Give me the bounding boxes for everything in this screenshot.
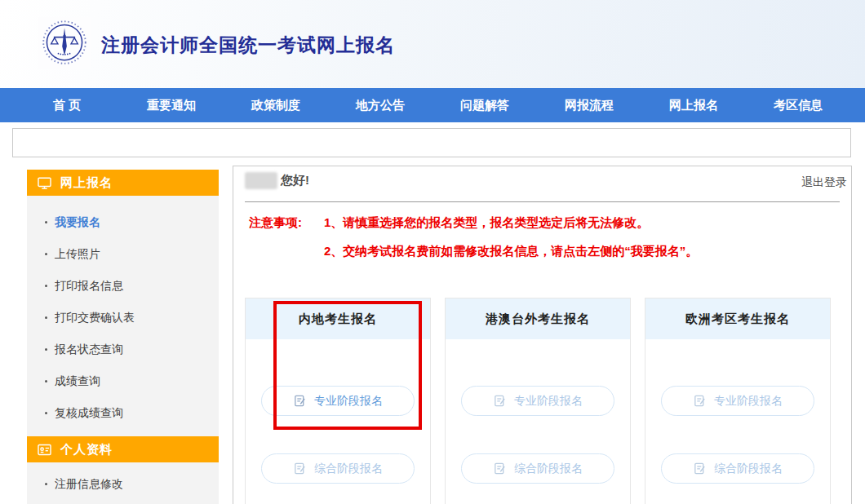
sidebar-item-registration-status[interactable]: 报名状态查询 bbox=[27, 334, 219, 365]
sidebar-item-modify-registration-info[interactable]: 注册信息修改 bbox=[27, 468, 219, 500]
page-title: 注册会计师全国统一考试网上报名 bbox=[101, 33, 395, 58]
panel-title-hmt-foreign: 港澳台外考生报名 bbox=[446, 298, 630, 339]
nav-item-faq[interactable]: 问题解答 bbox=[432, 88, 537, 122]
mainland-professional-stage-button[interactable]: 专业阶段报名 bbox=[261, 386, 415, 416]
monitor-icon bbox=[37, 175, 52, 191]
mainland-comprehensive-stage-button[interactable]: 综合阶段报名 bbox=[261, 453, 415, 484]
sidebar-item-score-inquiry[interactable]: 成绩查询 bbox=[27, 365, 219, 397]
nav-item-process[interactable]: 网报流程 bbox=[537, 88, 641, 122]
cicpa-emblem-icon bbox=[40, 19, 89, 68]
sidebar-item-print-payment-confirmation[interactable]: 打印交费确认表 bbox=[27, 302, 219, 334]
sidebar-section-online-registration: 网上报名 bbox=[27, 170, 219, 196]
greeting-text: 您好! bbox=[281, 173, 309, 188]
edit-note-icon bbox=[693, 462, 707, 475]
empty-notice-bar bbox=[12, 128, 851, 157]
edit-note-icon bbox=[293, 462, 307, 475]
button-label: 综合阶段报名 bbox=[714, 462, 783, 476]
notice-line-1: 1、请慎重选择您的报名类型，报名类型选定后将无法修改。 bbox=[324, 215, 649, 231]
sidebar-item-label: 注册信息修改 bbox=[55, 477, 123, 492]
panel-title-mainland: 内地考生报名 bbox=[246, 298, 430, 339]
bullet-dot bbox=[45, 316, 47, 319]
button-label: 综合阶段报名 bbox=[514, 462, 583, 476]
sidebar-menu-personal: 注册信息修改 bbox=[27, 462, 219, 504]
bullet-dot bbox=[45, 348, 47, 351]
sidebar-item-label: 打印交费确认表 bbox=[55, 311, 135, 325]
hmt-comprehensive-stage-button[interactable]: 综合阶段报名 bbox=[461, 453, 614, 484]
sidebar-section-title: 个人资料 bbox=[60, 442, 113, 458]
sidebar-section-personal-info: 个人资料 bbox=[27, 436, 219, 462]
main-nav: 首 页 重要通知 政策制度 地方公告 问题解答 网报流程 网上报名 考区信息 bbox=[0, 88, 865, 122]
nav-item-notices[interactable]: 重要通知 bbox=[119, 88, 224, 122]
sidebar-item-label: 成绩查询 bbox=[55, 374, 100, 389]
button-label: 专业阶段报名 bbox=[314, 394, 383, 409]
button-label: 专业阶段报名 bbox=[714, 394, 783, 409]
bullet-dot bbox=[45, 221, 47, 223]
nav-item-online-registration[interactable]: 网上报名 bbox=[641, 88, 746, 122]
notice-line-2: 2、交纳考试报名费前如需修改报名信息，请点击左侧的“我要报名”。 bbox=[324, 244, 698, 259]
cicpa-logo bbox=[38, 17, 91, 69]
panel-europe-candidates: 欧洲考区考生报名 专业阶段报名 综合阶段报名 bbox=[645, 298, 831, 504]
sidebar-item-i-want-to-register[interactable]: 我要报名 bbox=[27, 206, 219, 238]
cpa-registration-page: 注册会计师全国统一考试网上报名 首 页 重要通知 政策制度 地方公告 问题解答 … bbox=[0, 0, 865, 504]
bullet-dot bbox=[45, 483, 47, 485]
button-label: 综合阶段报名 bbox=[314, 462, 383, 476]
nav-item-home[interactable]: 首 页 bbox=[15, 88, 119, 122]
sidebar-item-label: 报名状态查询 bbox=[55, 343, 123, 357]
nav-item-local-announcements[interactable]: 地方公告 bbox=[328, 88, 432, 122]
sidebar-menu-registration: 我要报名 上传照片 打印报名信息 打印交费确认表 报名状态查询 成绩查询 复核成… bbox=[27, 196, 219, 436]
europe-professional-stage-button[interactable]: 专业阶段报名 bbox=[661, 386, 814, 416]
bullet-dot bbox=[45, 380, 47, 382]
nav-item-exam-area-info[interactable]: 考区信息 bbox=[746, 88, 850, 122]
europe-comprehensive-stage-button[interactable]: 综合阶段报名 bbox=[661, 453, 814, 484]
bullet-dot bbox=[45, 412, 47, 414]
nav-item-policies[interactable]: 政策制度 bbox=[224, 88, 328, 122]
sidebar-item-score-review-inquiry[interactable]: 复核成绩查询 bbox=[27, 397, 219, 429]
greeting: 您好! bbox=[245, 172, 309, 189]
sidebar-item-upload-photo[interactable]: 上传照片 bbox=[27, 238, 219, 270]
panel-hk-macao-taiwan-foreign-candidates: 港澳台外考生报名 专业阶段报名 综合阶段报名 bbox=[445, 298, 631, 504]
sidebar-item-print-registration-info[interactable]: 打印报名信息 bbox=[27, 270, 219, 302]
button-label: 专业阶段报名 bbox=[514, 394, 583, 409]
id-card-icon bbox=[37, 442, 52, 458]
panel-title-europe: 欧洲考区考生报名 bbox=[645, 298, 830, 339]
edit-note-icon bbox=[693, 394, 707, 408]
edit-note-icon bbox=[493, 394, 507, 408]
sidebar-item-label: 复核成绩查询 bbox=[55, 406, 123, 421]
sidebar-item-label: 打印报名信息 bbox=[55, 279, 123, 294]
page-header: 注册会计师全国统一考试网上报名 bbox=[0, 0, 865, 88]
panel-mainland-candidates: 内地考生报名 专业阶段报名 综合阶段报名 bbox=[245, 298, 431, 504]
sidebar-item-label: 上传照片 bbox=[55, 247, 100, 262]
edit-note-icon bbox=[293, 394, 307, 408]
sidebar-section-title: 网上报名 bbox=[60, 175, 113, 191]
notice-label: 注意事项: bbox=[249, 215, 302, 231]
bullet-dot bbox=[45, 285, 47, 287]
edit-note-icon bbox=[493, 462, 507, 475]
logout-link[interactable]: 退出登录 bbox=[801, 175, 847, 190]
bullet-dot bbox=[45, 253, 47, 255]
greeting-divider bbox=[245, 201, 840, 202]
masked-username bbox=[245, 172, 277, 189]
hmt-professional-stage-button[interactable]: 专业阶段报名 bbox=[461, 386, 614, 416]
sidebar-item-label: 我要报名 bbox=[55, 215, 100, 230]
